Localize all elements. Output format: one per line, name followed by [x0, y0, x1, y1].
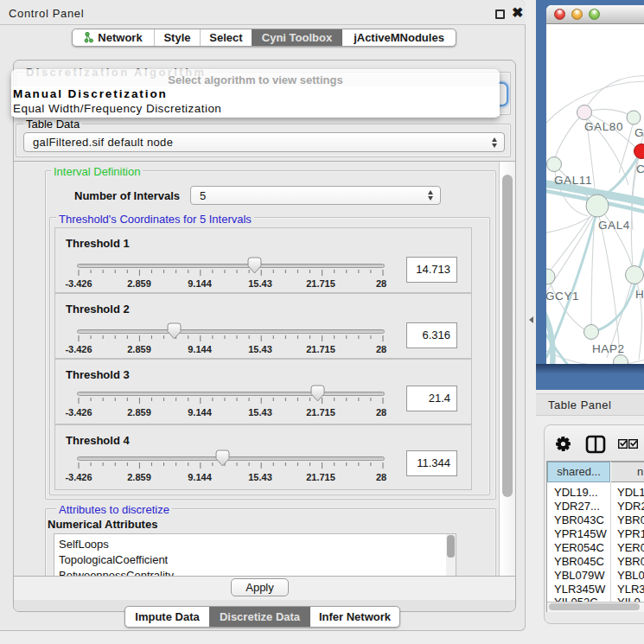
svg-text:GAL80: GAL80 [584, 120, 623, 133]
svg-text:GAL4: GAL4 [598, 219, 630, 232]
svg-text:GA: GA [634, 126, 644, 139]
svg-text:GAL11: GAL11 [554, 174, 592, 187]
svg-text:GCY1: GCY1 [546, 290, 579, 303]
svg-text:CY: CY [636, 163, 644, 175]
svg-text:HI: HI [635, 288, 644, 301]
svg-text:HAP2: HAP2 [592, 342, 625, 355]
